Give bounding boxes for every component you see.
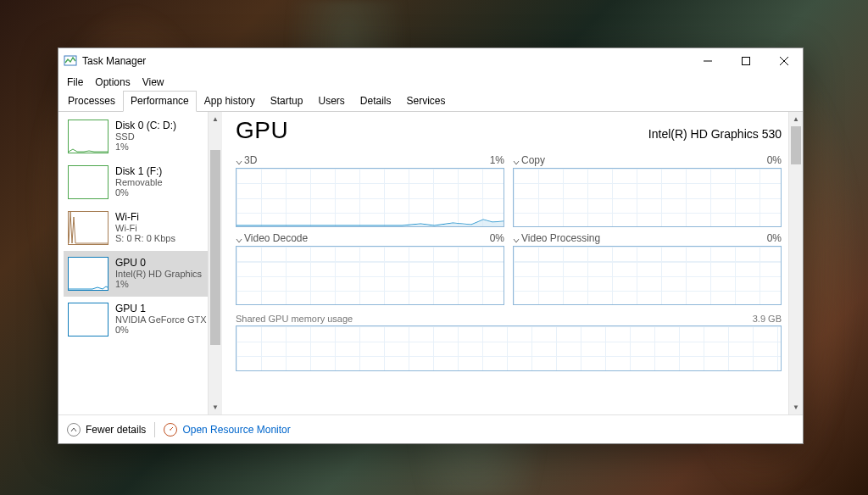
scroll-track[interactable] bbox=[209, 126, 222, 400]
close-button[interactable] bbox=[765, 48, 803, 74]
chart-copy-value: 0% bbox=[767, 154, 782, 166]
tab-details[interactable]: Details bbox=[353, 91, 399, 112]
gpu-name: Intel(R) HD Graphics 530 bbox=[648, 127, 782, 141]
shared-memory-canvas bbox=[236, 325, 782, 371]
titlebar[interactable]: Task Manager bbox=[58, 48, 803, 74]
window-controls bbox=[688, 48, 803, 74]
sidebar-item-gpu1[interactable]: GPU 1 NVIDIA GeForce GTX 0% bbox=[64, 297, 208, 342]
scroll-down-icon[interactable]: ▼ bbox=[209, 400, 222, 414]
sidebar-item-wifi[interactable]: Wi-Fi Wi-Fi S: 0 R: 0 Kbps bbox=[64, 205, 208, 251]
window-title: Task Manager bbox=[82, 55, 146, 67]
chevron-down-icon bbox=[513, 157, 520, 164]
fewer-details-label: Fewer details bbox=[86, 424, 146, 436]
menu-file[interactable]: File bbox=[62, 75, 88, 90]
svg-rect-2 bbox=[742, 58, 749, 65]
fewer-details-button[interactable]: Fewer details bbox=[67, 423, 146, 437]
chart-video-processing-selector[interactable]: Video Processing bbox=[513, 232, 600, 244]
chart-video-decode-value: 0% bbox=[490, 232, 504, 244]
maximize-button[interactable] bbox=[726, 48, 765, 74]
scroll-thumb[interactable] bbox=[210, 150, 220, 345]
main-header: GPU Intel(R) HD Graphics 530 bbox=[236, 117, 782, 144]
resource-monitor-icon bbox=[164, 423, 177, 437]
shared-memory-value: 3.9 GB bbox=[753, 314, 782, 324]
chart-3d-label: 3D bbox=[244, 154, 257, 166]
gpu1-val: 0% bbox=[115, 325, 203, 335]
menubar: File Options View bbox=[58, 74, 803, 91]
chart-grid: 3D 1% bbox=[236, 154, 782, 305]
menu-options[interactable]: Options bbox=[90, 75, 135, 90]
gpu0-sub: Intel(R) HD Graphics bbox=[115, 269, 202, 279]
gpu1-name: GPU 1 bbox=[115, 303, 203, 314]
tab-users[interactable]: Users bbox=[310, 91, 352, 112]
disk1-val: 0% bbox=[115, 187, 163, 197]
disk1-sub: Removable bbox=[115, 177, 163, 187]
chart-3d-value: 1% bbox=[490, 154, 504, 166]
gpu0-name: GPU 0 bbox=[115, 257, 202, 269]
chart-video-processing-canvas bbox=[513, 246, 782, 305]
scroll-down-icon[interactable]: ▼ bbox=[789, 400, 803, 414]
sidebar-scrollbar[interactable]: ▲ ▼ bbox=[208, 112, 222, 414]
scroll-up-icon[interactable]: ▲ bbox=[789, 112, 803, 126]
footer: Fewer details Open Resource Monitor bbox=[58, 414, 803, 443]
tab-performance[interactable]: Performance bbox=[123, 91, 197, 112]
disk1-name: Disk 1 (F:) bbox=[115, 165, 163, 177]
disk0-name: Disk 0 (C: D:) bbox=[115, 120, 176, 131]
tab-services[interactable]: Services bbox=[399, 91, 453, 112]
separator bbox=[154, 422, 155, 437]
wifi-sub: Wi-Fi bbox=[115, 223, 175, 233]
sidebar-wrap: Disk 0 (C: D:) SSD 1% Disk 1 (F:) Remova… bbox=[58, 112, 222, 414]
chart-video-decode-canvas bbox=[236, 246, 504, 305]
gpu1-thumb bbox=[68, 303, 108, 336]
scroll-up-icon[interactable]: ▲ bbox=[209, 112, 222, 126]
sidebar-item-gpu0[interactable]: GPU 0 Intel(R) HD Graphics 1% bbox=[64, 251, 208, 297]
task-manager-window: Task Manager File Options View Processes… bbox=[58, 47, 804, 444]
chevron-down-icon bbox=[236, 235, 242, 242]
tabbar: Processes Performance App history Startu… bbox=[58, 91, 803, 112]
chart-3d-selector[interactable]: 3D bbox=[236, 154, 257, 166]
disk0-thumb bbox=[68, 120, 108, 153]
chart-video-decode-selector[interactable]: Video Decode bbox=[236, 232, 308, 244]
main: GPU Intel(R) HD Graphics 530 3D 1% bbox=[222, 112, 788, 414]
chart-copy: Copy 0% bbox=[513, 154, 782, 227]
tab-startup[interactable]: Startup bbox=[263, 91, 311, 112]
disk1-thumb bbox=[68, 165, 108, 199]
open-resource-monitor-label: Open Resource Monitor bbox=[182, 424, 290, 436]
body: Disk 0 (C: D:) SSD 1% Disk 1 (F:) Remova… bbox=[58, 112, 803, 414]
svg-point-6 bbox=[170, 429, 172, 431]
chevron-up-icon bbox=[67, 423, 81, 437]
chevron-down-icon bbox=[236, 157, 242, 164]
tab-processes[interactable]: Processes bbox=[60, 91, 123, 112]
gpu0-thumb bbox=[68, 257, 108, 291]
chart-video-processing-value: 0% bbox=[767, 232, 782, 244]
wifi-name: Wi-Fi bbox=[115, 211, 175, 223]
chart-copy-label: Copy bbox=[521, 154, 545, 166]
sidebar: Disk 0 (C: D:) SSD 1% Disk 1 (F:) Remova… bbox=[58, 112, 208, 414]
wifi-thumb bbox=[68, 211, 108, 245]
main-scrollbar[interactable]: ▲ ▼ bbox=[788, 112, 803, 414]
disk0-sub: SSD bbox=[115, 131, 176, 142]
open-resource-monitor-link[interactable]: Open Resource Monitor bbox=[164, 423, 290, 437]
chart-video-processing: Video Processing 0% bbox=[513, 232, 782, 305]
scroll-thumb[interactable] bbox=[791, 126, 801, 164]
task-manager-icon bbox=[64, 54, 77, 68]
chart-3d-canvas bbox=[236, 168, 504, 227]
page-title: GPU bbox=[236, 117, 288, 144]
menu-view[interactable]: View bbox=[137, 75, 170, 90]
chart-video-decode-label: Video Decode bbox=[244, 232, 308, 244]
sidebar-item-disk0[interactable]: Disk 0 (C: D:) SSD 1% bbox=[64, 114, 208, 159]
wifi-val: S: 0 R: 0 Kbps bbox=[115, 233, 175, 243]
chart-video-processing-label: Video Processing bbox=[521, 232, 600, 244]
chart-copy-selector[interactable]: Copy bbox=[513, 154, 545, 166]
minimize-button[interactable] bbox=[688, 48, 726, 74]
chevron-down-icon bbox=[513, 235, 520, 242]
main-wrap: GPU Intel(R) HD Graphics 530 3D 1% bbox=[222, 112, 803, 414]
tab-app-history[interactable]: App history bbox=[197, 91, 263, 112]
shared-memory-label: Shared GPU memory usage bbox=[236, 314, 353, 324]
gpu0-val: 1% bbox=[115, 279, 202, 289]
gpu1-sub: NVIDIA GeForce GTX bbox=[115, 314, 203, 325]
chart-video-decode: Video Decode 0% bbox=[236, 232, 504, 305]
sidebar-item-disk1[interactable]: Disk 1 (F:) Removable 0% bbox=[64, 159, 208, 205]
scroll-track[interactable] bbox=[789, 126, 803, 400]
shared-memory-block: Shared GPU memory usage 3.9 GB bbox=[236, 314, 782, 371]
chart-3d: 3D 1% bbox=[236, 154, 504, 227]
